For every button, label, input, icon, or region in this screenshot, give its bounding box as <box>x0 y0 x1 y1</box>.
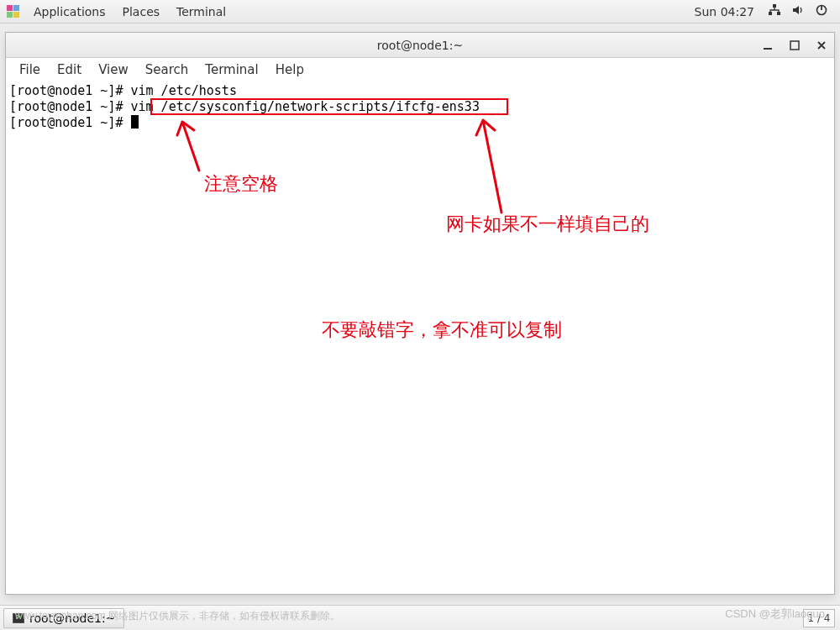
volume-icon[interactable] <box>786 3 810 19</box>
terminal-line-1: [root@node1 ~]# vim /etc/hosts <box>9 83 831 99</box>
watermark-left: www.toymoban.com 网络图片仅供展示，非存储，如有侵权请联系删除。 <box>15 609 340 623</box>
panel-terminal[interactable]: Terminal <box>168 5 234 18</box>
svg-rect-0 <box>773 4 776 8</box>
annotation-text-space: 注意空格 <box>204 176 278 192</box>
gnome-top-panel: Applications Places Terminal Sun 04:27 <box>0 0 840 24</box>
activities-icon <box>7 5 20 18</box>
menu-help[interactable]: Help <box>267 62 312 77</box>
menu-terminal[interactable]: Terminal <box>197 62 266 77</box>
svg-rect-1 <box>769 12 772 15</box>
svg-rect-2 <box>777 12 780 15</box>
menu-edit[interactable]: Edit <box>49 62 90 77</box>
terminal-cursor <box>131 115 139 129</box>
minimize-button[interactable] <box>760 38 775 53</box>
panel-applications[interactable]: Applications <box>25 5 114 18</box>
annotation-text-nic: 网卡如果不一样填自己的 <box>446 216 649 232</box>
close-button[interactable] <box>814 38 829 53</box>
annotation-highlight-box <box>150 98 508 115</box>
terminal-content[interactable]: [root@node1 ~]# vim /etc/hosts [root@nod… <box>6 81 834 594</box>
menu-view[interactable]: View <box>90 62 137 77</box>
menu-search[interactable]: Search <box>137 62 197 77</box>
window-titlebar[interactable]: root@node1:~ <box>6 33 834 58</box>
panel-clock[interactable]: Sun 04:27 <box>686 5 763 18</box>
network-icon[interactable] <box>763 3 786 19</box>
panel-places[interactable]: Places <box>114 5 169 18</box>
annotation-text-typo: 不要敲错字，拿不准可以复制 <box>322 322 562 338</box>
watermark-right: CSDN @老郭laoguo <box>725 606 825 622</box>
menu-file[interactable]: File <box>11 62 49 77</box>
window-title: root@node1:~ <box>377 39 463 52</box>
terminal-line-3: [root@node1 ~]# <box>9 115 831 131</box>
maximize-button[interactable] <box>787 38 802 53</box>
power-icon[interactable] <box>810 3 833 19</box>
svg-rect-6 <box>790 41 799 50</box>
terminal-menubar: File Edit View Search Terminal Help <box>6 58 834 81</box>
terminal-window: root@node1:~ File Edit View Search Termi… <box>5 32 835 595</box>
